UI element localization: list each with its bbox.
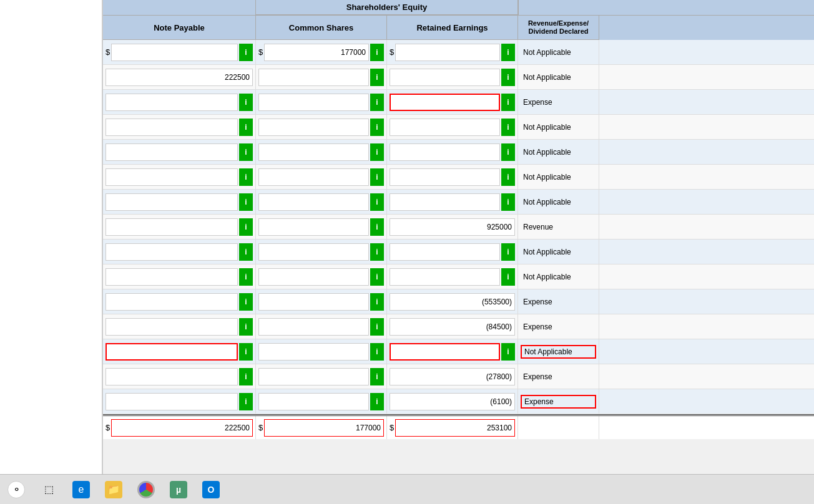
retained-earnings-input[interactable] (390, 193, 500, 211)
note-payable-info-btn[interactable]: i (239, 143, 253, 161)
note-payable-info-btn[interactable]: i (239, 94, 253, 111)
note-payable-info-btn[interactable]: i (239, 268, 253, 286)
common-shares-info-btn[interactable]: i (370, 69, 384, 86)
retained-earnings-input[interactable] (390, 393, 515, 410)
retained-earnings-input[interactable] (390, 218, 515, 236)
note-payable-input[interactable] (105, 168, 238, 186)
common-shares-cell: i (256, 65, 387, 89)
note-payable-input[interactable] (105, 218, 238, 236)
note-payable-info-btn[interactable]: i (239, 193, 253, 211)
common-shares-info-btn[interactable]: i (370, 143, 384, 161)
retained-earnings-input[interactable] (395, 44, 500, 61)
common-shares-input[interactable] (258, 243, 369, 261)
retained-earnings-cell: i (387, 115, 518, 139)
retained-earnings-input[interactable] (390, 143, 500, 161)
status-label: Not Applicable (521, 72, 596, 83)
note-payable-info-btn[interactable]: i (239, 168, 253, 186)
retained-earnings-input[interactable] (390, 343, 500, 361)
common-shares-info-btn[interactable]: i (370, 268, 384, 286)
retained-earnings-info-btn[interactable]: i (501, 168, 515, 186)
retained-earnings-input[interactable] (390, 69, 500, 86)
common-shares-input[interactable] (258, 94, 369, 111)
retained-earnings-info-btn[interactable]: i (501, 44, 515, 61)
retained-earnings-input[interactable] (390, 119, 500, 136)
note-payable-info-btn[interactable]: i (239, 119, 253, 136)
common-shares-input[interactable] (258, 168, 369, 186)
col-common-shares: Common Shares (256, 16, 387, 40)
note-payable-input[interactable] (105, 343, 238, 361)
retained-earnings-info-btn[interactable]: i (501, 69, 515, 86)
status-label: Expense (521, 321, 596, 332)
common-shares-info-btn[interactable]: i (370, 193, 384, 211)
common-shares-input[interactable] (258, 318, 369, 336)
retained-earnings-input[interactable] (390, 318, 515, 336)
common-shares-info-btn[interactable]: i (370, 343, 384, 361)
note-payable-info-btn[interactable]: i (239, 44, 253, 61)
note-payable-input[interactable] (105, 119, 238, 136)
common-shares-cell: i (256, 264, 387, 289)
common-shares-info-btn[interactable]: i (370, 218, 384, 236)
note-payable-info-btn[interactable]: i (239, 368, 253, 385)
note-payable-input[interactable] (105, 368, 238, 385)
common-shares-info-btn[interactable]: i (370, 393, 384, 410)
note-payable-info-btn[interactable]: i (239, 218, 253, 236)
note-payable-info-btn[interactable]: i (239, 243, 253, 261)
total-note-payable-input[interactable] (111, 419, 253, 437)
retained-earnings-info-btn[interactable]: i (501, 94, 515, 111)
common-shares-info-btn[interactable]: i (370, 243, 384, 261)
retained-earnings-info-btn[interactable]: i (501, 343, 515, 361)
common-shares-input[interactable] (258, 119, 369, 136)
retained-earnings-input[interactable] (390, 94, 500, 111)
note-payable-input[interactable] (105, 69, 253, 86)
retained-earnings-input[interactable] (390, 168, 500, 186)
common-shares-input[interactable] (258, 368, 369, 385)
common-shares-input[interactable] (264, 44, 369, 61)
note-payable-input[interactable] (105, 193, 238, 211)
note-payable-info-btn[interactable]: i (239, 393, 253, 410)
note-payable-input[interactable] (105, 143, 238, 161)
common-shares-info-btn[interactable]: i (370, 168, 384, 186)
common-shares-info-btn[interactable]: i (370, 293, 384, 311)
note-payable-info-btn[interactable]: i (239, 343, 253, 361)
col-note-payable: Note Payable (103, 16, 256, 40)
common-shares-input[interactable] (258, 343, 369, 361)
common-shares-info-btn[interactable]: i (370, 94, 384, 111)
retained-earnings-cell: i (387, 165, 518, 189)
common-shares-input[interactable] (258, 218, 369, 236)
total-retained-earnings-input[interactable] (395, 419, 515, 437)
note-payable-input[interactable] (105, 268, 238, 286)
common-shares-input[interactable] (258, 293, 369, 311)
retained-earnings-info-btn[interactable]: i (501, 243, 515, 261)
note-payable-input[interactable] (105, 293, 238, 311)
retained-earnings-input[interactable] (390, 368, 515, 385)
common-shares-input[interactable] (258, 69, 369, 86)
common-shares-input[interactable] (258, 393, 369, 410)
retained-earnings-input[interactable] (390, 268, 500, 286)
retained-earnings-input[interactable] (390, 293, 515, 311)
note-payable-cell: i (103, 314, 256, 339)
total-common-shares-input[interactable] (264, 419, 384, 437)
note-payable-input[interactable] (111, 44, 238, 61)
note-payable-info-btn[interactable]: i (239, 318, 253, 336)
common-shares-input[interactable] (258, 143, 369, 161)
common-shares-info-btn[interactable]: i (370, 318, 384, 336)
total-row: $ $ $ (103, 414, 814, 439)
common-shares-cell: i (256, 289, 387, 314)
table-row: iiExpense (103, 289, 814, 314)
note-payable-input[interactable] (105, 393, 238, 410)
retained-earnings-input[interactable] (390, 243, 500, 261)
retained-earnings-info-btn[interactable]: i (501, 143, 515, 161)
note-payable-cell: i (103, 264, 256, 289)
common-shares-input[interactable] (258, 193, 369, 211)
common-shares-info-btn[interactable]: i (370, 119, 384, 136)
common-shares-info-btn[interactable]: i (370, 44, 384, 61)
note-payable-input[interactable] (105, 243, 238, 261)
retained-earnings-info-btn[interactable]: i (501, 119, 515, 136)
common-shares-input[interactable] (258, 268, 369, 286)
retained-earnings-info-btn[interactable]: i (501, 193, 515, 211)
common-shares-info-btn[interactable]: i (370, 368, 384, 385)
retained-earnings-info-btn[interactable]: i (501, 268, 515, 286)
note-payable-input[interactable] (105, 94, 238, 111)
note-payable-input[interactable] (105, 318, 238, 336)
note-payable-info-btn[interactable]: i (239, 293, 253, 311)
